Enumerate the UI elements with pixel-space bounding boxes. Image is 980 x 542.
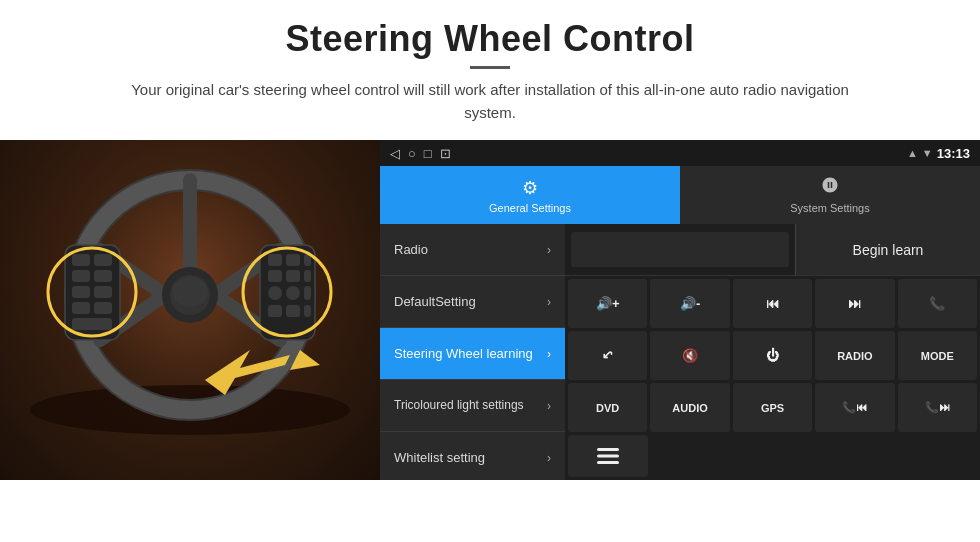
nav-cast-icon[interactable]: ⊡ bbox=[440, 146, 451, 161]
chevron-icon: › bbox=[547, 451, 551, 465]
call-prev-button[interactable]: 📞⏮ bbox=[815, 383, 894, 432]
menu-item-steering[interactable]: Steering Wheel learning › bbox=[380, 328, 565, 380]
page-title: Steering Wheel Control bbox=[60, 18, 920, 60]
nav-back-icon[interactable]: ◁ bbox=[390, 146, 400, 161]
wifi-icon: ▼ bbox=[922, 147, 933, 159]
svg-rect-27 bbox=[268, 286, 282, 300]
steering-wheel-image bbox=[20, 150, 360, 440]
content-area: ◁ ○ □ ⊡ ▲ ▼ 13:13 ⚙ General Settings bbox=[0, 140, 980, 542]
svg-rect-38 bbox=[597, 448, 619, 451]
svg-rect-16 bbox=[94, 286, 112, 298]
svg-rect-11 bbox=[72, 254, 90, 266]
radio-button[interactable]: RADIO bbox=[815, 331, 894, 380]
svg-rect-30 bbox=[268, 305, 282, 317]
call-next-button[interactable]: 📞⏭ bbox=[898, 383, 977, 432]
signal-icon: ▲ bbox=[907, 147, 918, 159]
hang-up-button[interactable]: ↪ bbox=[568, 331, 647, 380]
svg-rect-25 bbox=[286, 270, 300, 282]
chevron-icon: › bbox=[547, 347, 551, 361]
menu-item-default[interactable]: DefaultSetting › bbox=[380, 276, 565, 328]
svg-rect-15 bbox=[72, 286, 90, 298]
vol-down-button[interactable]: 🔊- bbox=[650, 279, 729, 328]
main-panel: Radio › DefaultSetting › Steering Wheel … bbox=[380, 224, 980, 480]
tab-general-label: General Settings bbox=[489, 202, 571, 214]
menu-item-tricoloured[interactable]: Tricoloured light settings › bbox=[380, 380, 565, 432]
device-ui: ◁ ○ □ ⊡ ▲ ▼ 13:13 ⚙ General Settings bbox=[380, 140, 980, 480]
chevron-icon: › bbox=[547, 399, 551, 413]
tab-system[interactable]: System Settings bbox=[680, 166, 980, 224]
svg-rect-39 bbox=[597, 455, 619, 458]
controls-panel: Begin learn 🔊+ 🔊- ⏮ bbox=[565, 224, 980, 480]
tab-bar: ⚙ General Settings System Settings bbox=[380, 166, 980, 224]
menu-list: Radio › DefaultSetting › Steering Wheel … bbox=[380, 224, 565, 480]
car-image-area bbox=[0, 140, 380, 480]
nav-recent-icon[interactable]: □ bbox=[424, 146, 432, 161]
svg-rect-21 bbox=[268, 254, 282, 266]
mode-button[interactable]: MODE bbox=[898, 331, 977, 380]
key-input-field[interactable] bbox=[571, 232, 789, 267]
audio-button[interactable]: AUDIO bbox=[650, 383, 729, 432]
subtitle: Your original car's steering wheel contr… bbox=[110, 79, 870, 124]
system-settings-icon bbox=[821, 176, 839, 199]
chevron-icon: › bbox=[547, 295, 551, 309]
svg-rect-18 bbox=[94, 302, 112, 314]
hamburger-icon bbox=[597, 447, 619, 465]
page-wrapper: Steering Wheel Control Your original car… bbox=[0, 0, 980, 542]
status-time: 13:13 bbox=[937, 146, 970, 161]
phone-button[interactable]: 📞 bbox=[898, 279, 977, 328]
svg-rect-29 bbox=[304, 286, 311, 300]
svg-rect-12 bbox=[94, 254, 112, 266]
controls-grid: 🔊+ 🔊- ⏮ ⏭ 📞 bbox=[565, 276, 980, 435]
menu-item-whitelist[interactable]: Whitelist setting › bbox=[380, 432, 565, 480]
gps-button[interactable]: GPS bbox=[733, 383, 812, 432]
begin-learn-row: Begin learn bbox=[565, 224, 980, 276]
power-button[interactable]: ⏻ bbox=[733, 331, 812, 380]
tab-system-label: System Settings bbox=[790, 202, 869, 214]
last-row bbox=[565, 435, 980, 480]
title-divider bbox=[470, 66, 510, 69]
status-right: ▲ ▼ 13:13 bbox=[907, 146, 970, 161]
header-section: Steering Wheel Control Your original car… bbox=[0, 0, 980, 134]
svg-rect-26 bbox=[304, 270, 311, 282]
mute-button[interactable]: 🔇 bbox=[650, 331, 729, 380]
car-image-placeholder bbox=[0, 140, 380, 480]
prev-track-button[interactable]: ⏮ bbox=[733, 279, 812, 328]
svg-point-33 bbox=[172, 277, 208, 307]
nav-home-icon[interactable]: ○ bbox=[408, 146, 416, 161]
svg-rect-17 bbox=[72, 302, 90, 314]
dvd-button[interactable]: DVD bbox=[568, 383, 647, 432]
svg-rect-40 bbox=[597, 461, 619, 464]
svg-rect-28 bbox=[286, 286, 300, 300]
chevron-icon: › bbox=[547, 243, 551, 257]
menu-icon-button[interactable] bbox=[568, 435, 648, 477]
svg-rect-31 bbox=[286, 305, 300, 317]
svg-rect-22 bbox=[286, 254, 300, 266]
tab-general[interactable]: ⚙ General Settings bbox=[380, 166, 680, 224]
svg-rect-24 bbox=[268, 270, 282, 282]
svg-rect-32 bbox=[304, 305, 311, 317]
next-track-button[interactable]: ⏭ bbox=[815, 279, 894, 328]
menu-item-radio[interactable]: Radio › bbox=[380, 224, 565, 276]
nav-icons: ◁ ○ □ ⊡ bbox=[390, 146, 451, 161]
vol-up-button[interactable]: 🔊+ bbox=[568, 279, 647, 328]
begin-learn-button[interactable]: Begin learn bbox=[795, 224, 980, 275]
svg-rect-14 bbox=[94, 270, 112, 282]
status-bar: ◁ ○ □ ⊡ ▲ ▼ 13:13 bbox=[380, 140, 980, 166]
svg-rect-13 bbox=[72, 270, 90, 282]
svg-rect-19 bbox=[72, 318, 112, 330]
general-settings-icon: ⚙ bbox=[522, 177, 538, 199]
